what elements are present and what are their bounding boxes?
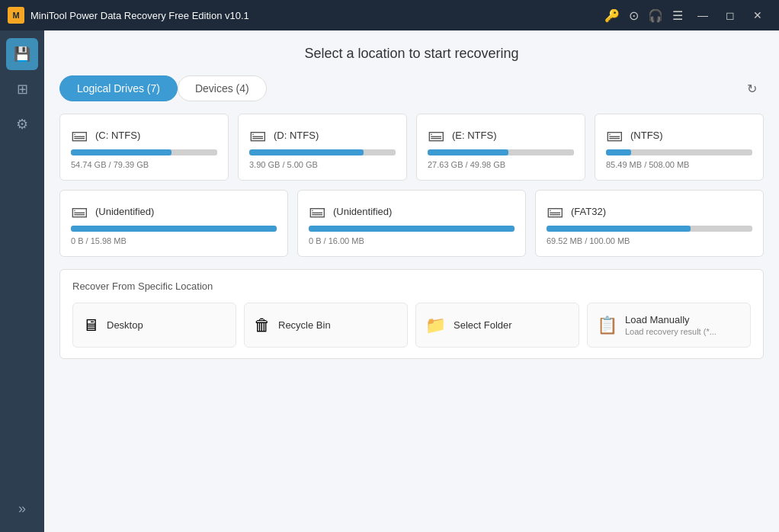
circle-icon[interactable]: ⊙ xyxy=(629,8,639,23)
titlebar: M MiniTool Power Data Recovery Free Edit… xyxy=(0,0,779,30)
specific-location-section: Recover From Specific Location 🖥 Desktop… xyxy=(59,269,764,359)
specific-location-title: Recover From Specific Location xyxy=(72,280,751,292)
drives-grid-row1: 🖴 (C: NTFS) 54.74 GB / 79.39 GB 🖴 (D: NT… xyxy=(59,114,764,181)
recover-icon: 💾 xyxy=(14,46,30,62)
load-manually-icon: 📋 xyxy=(597,316,617,335)
sidebar-item-more[interactable]: » xyxy=(6,492,38,524)
drive-progress-wrap xyxy=(428,149,574,155)
drive-progress-wrap xyxy=(249,149,396,155)
hdd-icon: 🖴 xyxy=(547,201,563,221)
drive-size: 27.63 GB / 49.98 GB xyxy=(428,160,574,169)
drive-progress-wrap xyxy=(71,149,217,155)
tabs-container: Logical Drives (7) Devices (4) ↻ xyxy=(59,75,764,101)
drive-name: (Unidentified) xyxy=(333,206,392,217)
hdd-icon: 🖴 xyxy=(606,125,623,145)
drive-name: (D: NTFS) xyxy=(274,130,319,141)
desktop-icon: 🖥 xyxy=(82,316,99,335)
drive-card-d[interactable]: 🖴 (D: NTFS) 3.90 GB / 5.00 GB xyxy=(238,114,407,181)
drive-progress-fill xyxy=(428,149,508,155)
drive-card-unidentified-2[interactable]: 🖴 (Unidentified) 0 B / 16.00 MB xyxy=(297,190,526,257)
drive-card-fat32[interactable]: 🖴 (FAT32) 69.52 MB / 100.00 MB xyxy=(535,190,764,257)
folder-icon: 📁 xyxy=(425,316,446,335)
drive-progress-wrap xyxy=(606,149,752,155)
more-icon: » xyxy=(18,501,26,517)
drive-progress-fill xyxy=(606,149,631,155)
location-name: Load Manually xyxy=(625,314,716,325)
location-desc: Load recovery result (*... xyxy=(625,327,716,336)
close-button[interactable]: ✕ xyxy=(744,0,771,30)
key-icon[interactable]: 🔑 xyxy=(604,8,620,23)
drive-card-c[interactable]: 🖴 (C: NTFS) 54.74 GB / 79.39 GB xyxy=(59,114,229,181)
location-card-select-folder[interactable]: 📁 Select Folder xyxy=(415,303,579,348)
drive-progress-wrap xyxy=(547,226,752,232)
drive-size: 0 B / 16.00 MB xyxy=(309,236,515,245)
drive-progress-fill xyxy=(71,149,172,155)
tab-devices[interactable]: Devices (4) xyxy=(178,75,267,101)
menu-icon[interactable]: ☰ xyxy=(672,8,683,23)
main-content: Select a location to start recovering Lo… xyxy=(44,30,779,532)
drive-size: 0 B / 15.98 MB xyxy=(71,236,277,245)
drive-name: (Unidentified) xyxy=(95,206,154,217)
drive-card-unidentified-1[interactable]: 🖴 (Unidentified) 0 B / 15.98 MB xyxy=(59,190,288,257)
hdd-icon: 🖴 xyxy=(309,201,325,221)
app-body: 💾 ⊞ ⚙ » Select a location to start recov… xyxy=(0,30,779,532)
sidebar-bottom: » xyxy=(6,492,38,524)
headphone-icon[interactable]: 🎧 xyxy=(648,8,663,23)
drive-progress-wrap xyxy=(71,226,277,232)
drive-size: 3.90 GB / 5.00 GB xyxy=(249,160,396,169)
drive-size: 69.52 MB / 100.00 MB xyxy=(547,236,752,245)
app-logo: M xyxy=(8,7,24,24)
hdd-icon: 🖴 xyxy=(71,125,88,145)
hdd-icon: 🖴 xyxy=(71,201,88,221)
drive-name: (FAT32) xyxy=(571,206,606,217)
drive-progress-fill xyxy=(71,226,277,232)
sidebar: 💾 ⊞ ⚙ » xyxy=(0,30,44,532)
drive-progress-fill xyxy=(249,149,364,155)
hdd-icon: 🖴 xyxy=(249,125,266,145)
hdd-icon: 🖴 xyxy=(428,125,444,145)
refresh-button[interactable]: ↻ xyxy=(739,76,764,101)
titlebar-icons: 🔑 ⊙ 🎧 ☰ xyxy=(604,8,683,23)
sidebar-item-dashboard[interactable]: ⊞ xyxy=(6,73,38,105)
location-name: Recycle Bin xyxy=(278,319,331,331)
location-card-desktop[interactable]: 🖥 Desktop xyxy=(72,303,236,348)
drive-size: 54.74 GB / 79.39 GB xyxy=(71,160,217,169)
maximize-button[interactable]: ◻ xyxy=(716,0,744,30)
location-name: Desktop xyxy=(107,319,143,331)
window-controls: — ◻ ✕ xyxy=(689,0,771,30)
settings-icon: ⚙ xyxy=(16,116,28,133)
minimize-button[interactable]: — xyxy=(689,0,716,30)
location-cards-grid: 🖥 Desktop 🗑 Recycle Bin 📁 Select Folder xyxy=(72,303,751,348)
location-card-load-manually[interactable]: 📋 Load Manually Load recovery result (*.… xyxy=(587,303,751,348)
drive-progress-fill xyxy=(309,226,515,232)
drive-card-e[interactable]: 🖴 (E: NTFS) 27.63 GB / 49.98 GB xyxy=(416,114,585,181)
sidebar-item-recover[interactable]: 💾 xyxy=(6,38,38,70)
drive-card-ntfs[interactable]: 🖴 (NTFS) 85.49 MB / 508.00 MB xyxy=(595,114,764,181)
recycle-bin-icon: 🗑 xyxy=(254,316,271,335)
page-title: Select a location to start recovering xyxy=(59,46,764,62)
drive-progress-fill xyxy=(547,226,691,232)
sidebar-item-settings[interactable]: ⚙ xyxy=(6,108,38,140)
drives-grid-row2: 🖴 (Unidentified) 0 B / 15.98 MB 🖴 (Unide… xyxy=(59,190,764,257)
drive-name: (E: NTFS) xyxy=(452,130,497,141)
drive-size: 85.49 MB / 508.00 MB xyxy=(606,160,752,169)
tab-logical-drives[interactable]: Logical Drives (7) xyxy=(59,75,178,101)
drive-name: (C: NTFS) xyxy=(95,130,140,141)
dashboard-icon: ⊞ xyxy=(17,81,28,98)
location-name: Select Folder xyxy=(454,319,512,331)
drive-name: (NTFS) xyxy=(630,130,663,141)
location-card-recycle-bin[interactable]: 🗑 Recycle Bin xyxy=(244,303,408,348)
drive-progress-wrap xyxy=(309,226,515,232)
app-title: MiniTool Power Data Recovery Free Editio… xyxy=(30,10,604,21)
